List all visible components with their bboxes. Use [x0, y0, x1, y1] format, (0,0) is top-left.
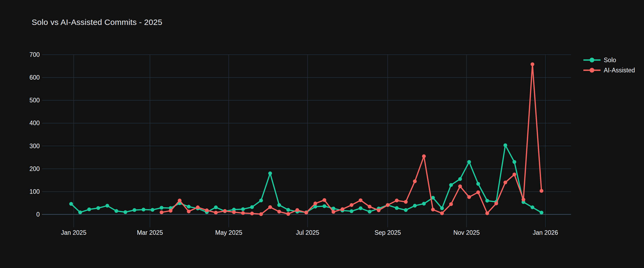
data-point-solo[interactable]	[241, 207, 245, 211]
data-point-solo[interactable]	[350, 209, 353, 213]
legend: Solo AI-Assisted	[583, 56, 635, 74]
data-point-solo[interactable]	[503, 143, 507, 147]
data-point-ai-assisted[interactable]	[458, 184, 462, 188]
data-point-solo[interactable]	[123, 210, 127, 214]
data-point-ai-assisted[interactable]	[359, 198, 363, 202]
data-point-ai-assisted[interactable]	[431, 208, 435, 211]
data-point-ai-assisted[interactable]	[476, 190, 480, 194]
data-point-ai-assisted[interactable]	[404, 200, 408, 204]
data-point-ai-assisted[interactable]	[449, 202, 453, 206]
data-point-ai-assisted[interactable]	[323, 198, 326, 202]
data-point-ai-assisted[interactable]	[540, 189, 543, 193]
data-point-ai-assisted[interactable]	[386, 203, 390, 207]
data-point-ai-assisted[interactable]	[268, 205, 272, 209]
chart-figure: 0100200300400500600700Jan 2025Mar 2025Ma…	[0, 0, 644, 268]
y-tick-label: 700	[30, 51, 40, 58]
data-point-solo[interactable]	[105, 204, 109, 208]
line-chart-canvas: 0100200300400500600700Jan 2025Mar 2025Ma…	[0, 0, 644, 268]
data-point-ai-assisted[interactable]	[305, 211, 308, 214]
y-tick-label: 600	[30, 74, 40, 81]
data-point-ai-assisted[interactable]	[313, 202, 317, 205]
data-point-solo[interactable]	[476, 182, 480, 186]
data-point-ai-assisted[interactable]	[530, 62, 534, 66]
data-point-solo[interactable]	[187, 205, 191, 209]
data-point-ai-assisted[interactable]	[223, 209, 227, 213]
data-point-ai-assisted[interactable]	[513, 173, 516, 176]
ai-assisted-series-swatch-icon	[583, 67, 601, 73]
data-point-ai-assisted[interactable]	[377, 209, 380, 212]
data-point-ai-assisted[interactable]	[485, 211, 489, 215]
data-point-solo[interactable]	[359, 206, 363, 210]
data-point-ai-assisted[interactable]	[395, 199, 399, 202]
data-point-ai-assisted[interactable]	[494, 202, 498, 205]
data-point-ai-assisted[interactable]	[422, 154, 426, 158]
data-point-ai-assisted[interactable]	[350, 203, 353, 207]
x-tick-label: Sep 2025	[375, 229, 401, 236]
data-point-ai-assisted[interactable]	[295, 208, 299, 212]
data-point-solo[interactable]	[268, 172, 272, 175]
data-point-solo[interactable]	[69, 202, 73, 206]
x-tick-label: Jan 2026	[533, 229, 558, 236]
legend-item-solo[interactable]: Solo	[583, 56, 635, 64]
data-point-solo[interactable]	[142, 208, 145, 211]
data-point-ai-assisted[interactable]	[214, 211, 218, 214]
data-point-solo[interactable]	[485, 199, 489, 203]
data-point-solo[interactable]	[286, 208, 290, 212]
series-ai-assisted	[160, 62, 543, 216]
data-point-solo[interactable]	[78, 210, 82, 214]
data-point-solo[interactable]	[440, 206, 444, 210]
data-point-ai-assisted[interactable]	[169, 209, 173, 213]
data-point-ai-assisted[interactable]	[259, 212, 263, 216]
legend-item-ai-assisted[interactable]: AI-Assisted	[583, 66, 635, 74]
data-point-ai-assisted[interactable]	[440, 211, 444, 215]
data-point-ai-assisted[interactable]	[196, 206, 200, 209]
data-point-solo[interactable]	[467, 160, 471, 164]
data-point-ai-assisted[interactable]	[250, 212, 254, 215]
data-point-solo[interactable]	[115, 209, 118, 213]
y-tick-label: 300	[30, 143, 40, 150]
data-point-ai-assisted[interactable]	[178, 199, 182, 202]
data-point-solo[interactable]	[214, 206, 218, 209]
data-point-solo[interactable]	[87, 207, 91, 211]
data-point-solo[interactable]	[368, 210, 372, 214]
data-point-ai-assisted[interactable]	[522, 198, 525, 202]
data-point-solo[interactable]	[160, 206, 163, 210]
data-point-solo[interactable]	[413, 204, 417, 208]
x-tick-label: Nov 2025	[453, 229, 480, 236]
data-point-solo[interactable]	[513, 160, 516, 164]
data-point-solo[interactable]	[323, 204, 326, 208]
chart-title: Solo vs AI-Assisted Commits - 2025	[32, 18, 162, 27]
data-point-ai-assisted[interactable]	[232, 210, 236, 214]
data-point-ai-assisted[interactable]	[413, 180, 417, 183]
data-point-ai-assisted[interactable]	[368, 205, 372, 209]
data-point-ai-assisted[interactable]	[341, 207, 344, 211]
series-solo	[69, 143, 543, 214]
x-tick-label: Jul 2025	[296, 229, 319, 236]
x-tick-label: Jan 2025	[61, 229, 86, 236]
data-point-solo[interactable]	[277, 203, 281, 207]
data-point-solo[interactable]	[422, 202, 426, 206]
data-point-ai-assisted[interactable]	[286, 212, 290, 216]
legend-label-ai-assisted: AI-Assisted	[604, 67, 635, 74]
data-point-solo[interactable]	[96, 206, 100, 210]
data-point-solo[interactable]	[540, 211, 543, 214]
data-point-ai-assisted[interactable]	[187, 210, 191, 213]
data-point-solo[interactable]	[449, 183, 453, 187]
data-point-solo[interactable]	[404, 208, 408, 212]
data-point-solo[interactable]	[530, 206, 534, 209]
data-point-ai-assisted[interactable]	[205, 209, 209, 212]
data-point-ai-assisted[interactable]	[503, 181, 507, 184]
data-point-ai-assisted[interactable]	[277, 210, 281, 214]
data-point-solo[interactable]	[458, 177, 462, 181]
data-point-ai-assisted[interactable]	[467, 195, 471, 199]
data-point-ai-assisted[interactable]	[241, 211, 245, 215]
data-point-solo[interactable]	[395, 206, 399, 210]
y-tick-label: 0	[36, 211, 40, 218]
data-point-solo[interactable]	[250, 205, 254, 209]
data-point-solo[interactable]	[259, 199, 263, 202]
data-point-solo[interactable]	[133, 208, 136, 212]
data-point-ai-assisted[interactable]	[332, 210, 335, 214]
data-point-ai-assisted[interactable]	[160, 210, 163, 214]
y-gridlines: 0100200300400500600700	[30, 51, 571, 218]
data-point-solo[interactable]	[151, 208, 154, 212]
